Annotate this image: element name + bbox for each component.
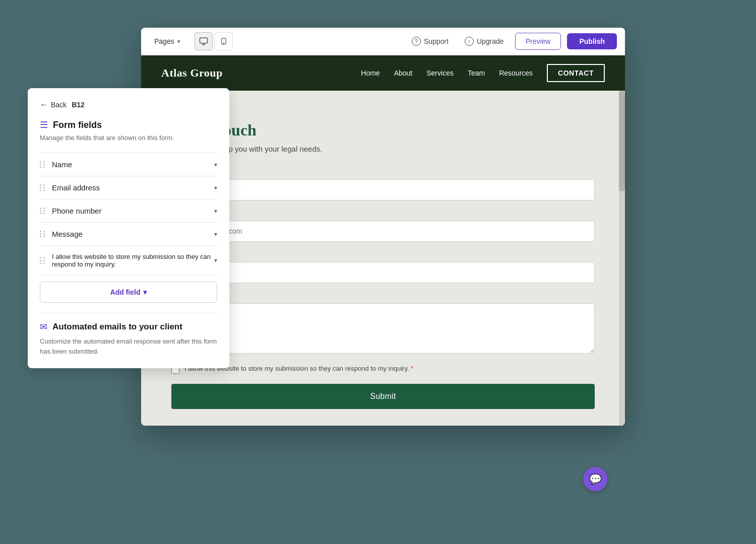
automated-subtitle: Customize the automated email response s… <box>40 336 217 356</box>
back-link[interactable]: ← Back B12 <box>40 100 217 109</box>
automated-section: ✉ Automated emails to your client Custom… <box>40 313 217 356</box>
form-title: Get in touch <box>171 121 595 140</box>
nav-services[interactable]: Services <box>426 69 454 77</box>
message-textarea[interactable] <box>171 303 595 354</box>
left-panel: ← Back B12 ☰ Form fields Manage the fiel… <box>28 88 229 368</box>
field-name-label: Name <box>52 160 214 169</box>
panel-section-title: ☰ Form fields <box>40 119 217 130</box>
pages-chevron-icon: ▼ <box>176 39 181 44</box>
nav-about[interactable]: About <box>394 69 413 77</box>
field-email-label: Email address <box>52 183 214 192</box>
expand-chevron-phone: ▾ <box>214 208 217 215</box>
email-icon: ✉ <box>40 321 47 332</box>
form-subtitle: We're here to help you with your legal n… <box>171 145 595 153</box>
nav-links: Home About Services Team Resources CONTA… <box>361 64 605 82</box>
field-row-consent[interactable]: I allow this website to store my submiss… <box>40 246 217 276</box>
phone-input[interactable] <box>171 262 595 283</box>
back-label: Back <box>51 101 67 109</box>
support-label: Support <box>424 37 449 45</box>
site-logo: Atlas Group <box>161 66 361 80</box>
submit-button[interactable]: Submit <box>171 384 595 409</box>
mobile-icon <box>220 37 227 46</box>
add-field-button[interactable]: Add field ▾ <box>40 282 217 303</box>
preview-button[interactable]: Preview <box>515 33 561 50</box>
phone-label: Phone number * <box>171 251 595 259</box>
email-label: Email address * <box>171 210 595 218</box>
automated-title: ✉ Automated emails to your client <box>40 321 217 332</box>
email-input[interactable] <box>171 221 595 242</box>
expand-chevron-email: ▾ <box>214 184 217 191</box>
b12-badge: B12 <box>72 101 85 109</box>
add-field-chevron-icon: ▾ <box>143 288 147 296</box>
browser-toolbar: Pages ▼ ? Support ↑ Upgrade Previ <box>141 28 625 55</box>
pages-label: Pages <box>154 37 174 45</box>
svg-point-4 <box>223 43 224 43</box>
pages-dropdown[interactable]: Pages ▼ <box>149 34 186 48</box>
expand-chevron-name: ▾ <box>214 161 217 168</box>
drag-handle-email <box>40 184 46 191</box>
scrollbar-thumb[interactable] <box>619 91 625 191</box>
panel-subtitle: Manage the fields that are shown on this… <box>40 133 217 143</box>
name-label: Name * <box>171 168 595 176</box>
chat-button[interactable]: 💬 <box>583 467 607 491</box>
drag-handle-message <box>40 231 46 238</box>
consent-row: I allow this website to store my submiss… <box>171 365 595 374</box>
publish-button[interactable]: Publish <box>567 33 617 49</box>
field-consent-label: I allow this website to store my submiss… <box>52 253 214 268</box>
nav-team[interactable]: Team <box>468 69 485 77</box>
drag-handle-consent <box>40 257 46 264</box>
name-input[interactable] <box>171 179 595 200</box>
svg-rect-0 <box>200 38 207 43</box>
list-icon: ☰ <box>40 119 48 130</box>
support-button[interactable]: ? Support <box>407 34 454 49</box>
upgrade-button[interactable]: ↑ Upgrade <box>460 34 509 49</box>
nav-home[interactable]: Home <box>361 69 380 77</box>
field-row-name[interactable]: Name ▾ <box>40 153 217 176</box>
field-message-label: Message <box>52 230 214 238</box>
expand-chevron-message: ▾ <box>214 231 217 238</box>
field-row-email[interactable]: Email address ▾ <box>40 176 217 199</box>
back-arrow-icon: ← <box>40 100 48 109</box>
upgrade-label: Upgrade <box>477 37 504 45</box>
site-nav: Atlas Group Home About Services Team Res… <box>141 55 625 91</box>
device-icons <box>195 32 233 50</box>
chat-icon: 💬 <box>589 473 602 485</box>
desktop-icon <box>199 37 208 46</box>
support-icon: ? <box>412 37 421 46</box>
expand-chevron-consent: ▾ <box>214 257 217 264</box>
mobile-device-button[interactable] <box>215 32 233 50</box>
drag-handle-name <box>40 161 46 168</box>
drag-handle-phone <box>40 208 46 215</box>
panel-title: Form fields <box>53 120 102 130</box>
field-row-phone[interactable]: Phone number ▾ <box>40 199 217 223</box>
automated-title-text: Automated emails to your client <box>52 322 182 332</box>
nav-resources[interactable]: Resources <box>499 69 533 77</box>
nav-contact-button[interactable]: CONTACT <box>547 64 605 82</box>
scrollbar-track[interactable] <box>619 91 625 426</box>
message-label: Message <box>171 292 595 300</box>
upgrade-icon: ↑ <box>465 37 474 46</box>
field-row-message[interactable]: Message ▾ <box>40 223 217 246</box>
field-phone-label: Phone number <box>52 207 214 215</box>
desktop-device-button[interactable] <box>195 32 213 50</box>
